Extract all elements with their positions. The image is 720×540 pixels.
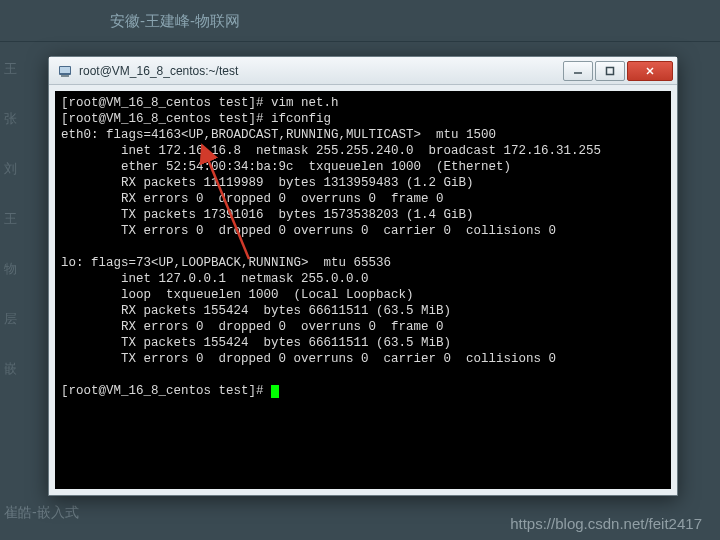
terminal-line: ether 52:54:00:34:ba:9c txqueuelen 1000 … [61, 160, 511, 174]
terminal-line: RX errors 0 dropped 0 overruns 0 frame 0 [61, 192, 444, 206]
bg-side-item: 刘 [0, 160, 50, 210]
window-buttons [561, 61, 673, 81]
svg-rect-1 [60, 67, 70, 73]
terminal-cursor [271, 385, 279, 398]
close-button[interactable] [627, 61, 673, 81]
bg-side-item: 王 [0, 210, 50, 260]
terminal-line: TX packets 17391016 bytes 1573538203 (1.… [61, 208, 474, 222]
terminal-line: [root@VM_16_8_centos test]# ifconfig [61, 112, 331, 126]
terminal-line: RX errors 0 dropped 0 overruns 0 frame 0 [61, 320, 444, 334]
bg-side-item: 层 [0, 310, 50, 360]
page-title: 安徽-王建峰-物联网 [110, 12, 240, 31]
terminal-pane[interactable]: [root@VM_16_8_centos test]# vim net.h [r… [55, 91, 671, 489]
terminal-window: root@VM_16_8_centos:~/test [root@VM_16_8… [48, 56, 678, 496]
terminal-line: TX errors 0 dropped 0 overruns 0 carrier… [61, 352, 556, 366]
background-sidebar: 王 张 刘 王 物 层 嵌 [0, 60, 50, 540]
window-title: root@VM_16_8_centos:~/test [79, 64, 561, 78]
terminal-line: inet 172.16.16.8 netmask 255.255.240.0 b… [61, 144, 601, 158]
terminal-line: [root@VM_16_8_centos test]# vim net.h [61, 96, 339, 110]
bg-side-item: 物 [0, 260, 50, 310]
window-titlebar[interactable]: root@VM_16_8_centos:~/test [49, 57, 677, 85]
terminal-prompt: [root@VM_16_8_centos test]# [61, 384, 271, 398]
watermark-text: https://blog.csdn.net/feit2417 [510, 515, 702, 532]
bg-side-item: 王 [0, 60, 50, 110]
terminal-line: TX errors 0 dropped 0 overruns 0 carrier… [61, 224, 556, 238]
svg-rect-4 [607, 67, 614, 74]
putty-icon [57, 63, 73, 79]
svg-rect-2 [61, 75, 69, 77]
maximize-button[interactable] [595, 61, 625, 81]
background-bottom-text: 崔皓-嵌入式 [4, 504, 79, 522]
minimize-button[interactable] [563, 61, 593, 81]
terminal-line: RX packets 155424 bytes 66611511 (63.5 M… [61, 304, 451, 318]
bg-side-item: 嵌 [0, 360, 50, 410]
page-header: 安徽-王建峰-物联网 [0, 0, 720, 42]
terminal-line: loop txqueuelen 1000 (Local Loopback) [61, 288, 414, 302]
terminal-line: RX packets 11119989 bytes 1313959483 (1.… [61, 176, 474, 190]
terminal-line: lo: flags=73<UP,LOOPBACK,RUNNING> mtu 65… [61, 256, 391, 270]
bg-side-item: 张 [0, 110, 50, 160]
terminal-line: eth0: flags=4163<UP,BROADCAST,RUNNING,MU… [61, 128, 496, 142]
terminal-line: inet 127.0.0.1 netmask 255.0.0.0 [61, 272, 369, 286]
terminal-line: TX packets 155424 bytes 66611511 (63.5 M… [61, 336, 451, 350]
